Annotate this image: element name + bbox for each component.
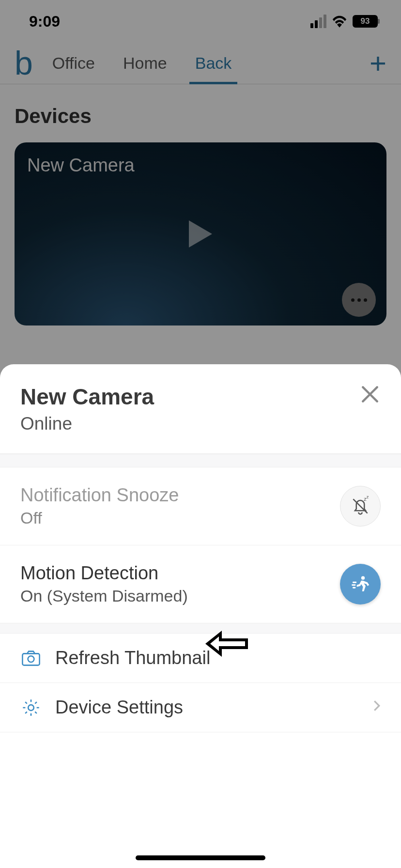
device-settings-label: Device Settings — [55, 697, 359, 718]
chevron-right-icon — [373, 699, 381, 715]
sheet-status: Online — [20, 414, 154, 434]
svg-text:z: z — [367, 496, 369, 499]
running-person-icon — [350, 574, 371, 595]
snooze-value: Off — [20, 509, 179, 527]
row-device-settings[interactable]: Device Settings — [0, 683, 401, 732]
svg-point-4 — [28, 656, 34, 662]
row-motion-detection[interactable]: Motion Detection On (System Disarmed) — [0, 545, 401, 623]
sheet-title: New Camera — [20, 384, 154, 410]
row-notification-snooze[interactable]: Notification Snooze Off zz — [0, 467, 401, 545]
sheet-header: New Camera Online — [0, 364, 401, 454]
snooze-button[interactable]: zz — [340, 486, 381, 527]
svg-point-5 — [28, 705, 34, 711]
snooze-title: Notification Snooze — [20, 485, 179, 506]
gear-icon — [20, 698, 42, 717]
row-refresh-thumbnail[interactable]: Refresh Thumbnail — [0, 634, 401, 683]
bell-slash-icon: zz — [350, 496, 371, 517]
close-icon[interactable] — [359, 384, 381, 405]
home-indicator[interactable] — [136, 855, 265, 860]
motion-button[interactable] — [340, 564, 381, 604]
sheet-divider-2 — [0, 623, 401, 634]
svg-point-2 — [361, 576, 365, 580]
camera-icon — [20, 651, 42, 666]
camera-sheet: New Camera Online Notification Snooze Of… — [0, 364, 401, 868]
annotation-arrow-icon — [205, 630, 248, 658]
sheet-divider — [0, 454, 401, 467]
motion-title: Motion Detection — [20, 563, 188, 584]
motion-value: On (System Disarmed) — [20, 587, 188, 605]
